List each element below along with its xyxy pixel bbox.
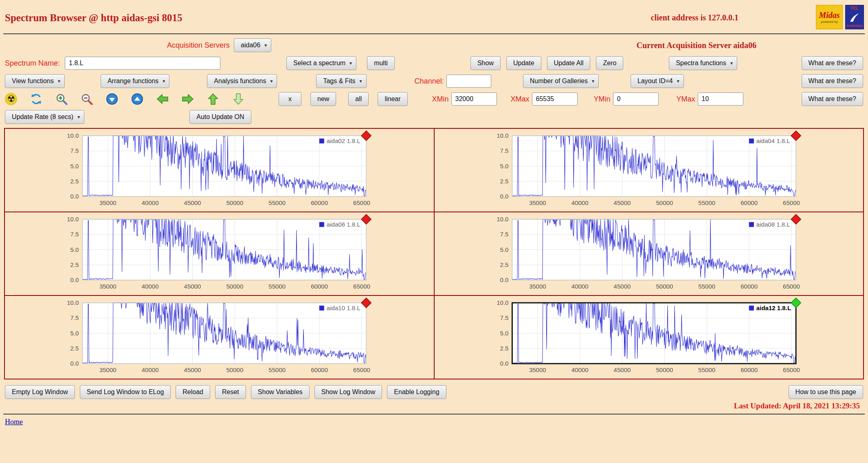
circle-up-arrow-icon[interactable] (131, 93, 143, 105)
arrange-functions-dropdown[interactable]: Arrange functions ▾ (101, 74, 169, 88)
x-tick-label: 60000 (741, 199, 758, 206)
home-link[interactable]: Home (5, 418, 23, 426)
arrow-up-icon[interactable] (207, 93, 219, 105)
acquisition-server-select[interactable]: aida06 ▾ (234, 38, 271, 52)
legend-swatch (749, 306, 754, 311)
x-tick-label: 40000 (142, 199, 159, 206)
show-button[interactable]: Show (470, 56, 501, 70)
y-tick-label: 7.5 (70, 231, 79, 238)
how-to-use-button[interactable]: How to use this page (789, 385, 863, 399)
circle-down-arrow-icon[interactable] (106, 93, 118, 105)
arrow-left-icon[interactable] (156, 93, 169, 105)
reset-button[interactable]: Reset (215, 385, 246, 399)
spectrum-chart[interactable]: 0.02.55.07.510.0350004000045000500005500… (435, 214, 864, 295)
x-tick-label: 55000 (698, 366, 715, 373)
spectrum-name-input[interactable] (65, 57, 220, 70)
chevron-down-icon: ▾ (264, 41, 267, 49)
chart-legend-label: aida06 1.8.L (327, 221, 360, 228)
spectrum-chart[interactable]: 0.02.55.07.510.0350004000045000500005500… (435, 130, 864, 211)
radiation-icon[interactable]: ☢ (5, 93, 17, 105)
spectrum-row: Spectrum Name: Select a spectrum ▾ multi… (0, 56, 868, 70)
x-tick-label: 60000 (741, 283, 758, 290)
refresh-icon[interactable] (30, 93, 42, 105)
chart-cell[interactable]: 0.02.55.07.510.0350004000045000500005500… (5, 129, 434, 212)
x-tick-label: 65000 (353, 366, 370, 373)
ymin-input[interactable] (613, 93, 659, 106)
spectrum-chart[interactable]: 0.02.55.07.510.0350004000045000500005500… (5, 214, 434, 295)
zoom-in-icon[interactable] (55, 93, 68, 105)
y-tick-label: 2.5 (500, 345, 508, 352)
logos: Midas powered by TCL POWERED (816, 5, 864, 29)
show-log-window-button[interactable]: Show Log Window (314, 385, 382, 399)
layout-id-dropdown[interactable]: Layout ID=4 ▾ (631, 74, 684, 88)
enable-logging-button[interactable]: Enable Logging (387, 385, 446, 399)
chevron-down-icon: ▾ (730, 59, 733, 67)
new-button[interactable]: new (310, 92, 336, 106)
arrange-functions-label: Arrange functions (108, 77, 158, 85)
reload-button[interactable]: Reload (176, 385, 210, 399)
multi-button[interactable]: multi (367, 56, 395, 70)
view-functions-dropdown[interactable]: View functions ▾ (5, 74, 65, 88)
channel-label: Channel: (415, 77, 444, 86)
linear-button[interactable]: linear (378, 92, 407, 106)
chart-cell[interactable]: 0.02.55.07.510.0350004000045000500005500… (5, 296, 434, 379)
arrow-down-icon[interactable] (232, 93, 244, 105)
midas-logo[interactable]: Midas powered by (816, 5, 843, 29)
help-functions-button[interactable]: What are these? (802, 74, 863, 88)
chart-cell[interactable]: 0.02.55.07.510.0350004000045000500005500… (435, 212, 864, 295)
update-rate-row: Update Rate (8 secs) ▾ Auto Update ON (0, 110, 868, 124)
x-tick-label: 65000 (353, 199, 370, 206)
xmax-input[interactable] (532, 93, 578, 106)
x-tick-label: 60000 (741, 366, 758, 373)
y-tick-label: 0.0 (500, 360, 508, 367)
x-tick-label: 40000 (142, 366, 159, 373)
help-toolbar-button[interactable]: What are these? (802, 92, 863, 106)
xmin-input[interactable] (451, 93, 497, 106)
arrow-right-icon[interactable] (182, 93, 194, 105)
select-spectrum-dropdown[interactable]: Select a spectrum ▾ (286, 56, 356, 70)
empty-log-button[interactable]: Empty Log Window (5, 385, 75, 399)
x-axis-button[interactable]: x (279, 92, 301, 106)
update-all-button[interactable]: Update All (547, 56, 591, 70)
chevron-down-icon: ▾ (360, 77, 362, 85)
chevron-down-icon: ▾ (77, 113, 80, 121)
tags-fits-dropdown[interactable]: Tags & Fits ▾ (316, 74, 366, 88)
y-tick-label: 0.0 (500, 276, 508, 283)
page-title: Spectrum Browser @ http aidas-gsi 8015 (5, 12, 182, 24)
x-tick-label: 40000 (571, 199, 588, 206)
x-tick-label: 35000 (99, 366, 116, 373)
auto-update-button[interactable]: Auto Update ON (189, 110, 251, 124)
x-tick-label: 45000 (184, 283, 201, 290)
update-rate-dropdown[interactable]: Update Rate (8 secs) ▾ (5, 110, 84, 124)
chevron-down-icon: ▾ (270, 77, 272, 85)
zero-button[interactable]: Zero (596, 56, 623, 70)
update-rate-label: Update Rate (8 secs) (12, 113, 73, 121)
y-tick-label: 2.5 (70, 345, 79, 352)
help-spectrum-button[interactable]: What are these? (802, 56, 863, 70)
analysis-functions-dropdown[interactable]: Analysis functions ▾ (207, 74, 277, 88)
spectrum-chart[interactable]: 0.02.55.07.510.0350004000045000500005500… (5, 297, 434, 378)
send-log-elog-button[interactable]: Send Log Window to ELog (80, 385, 171, 399)
header: Spectrum Browser @ http aidas-gsi 8015 c… (0, 0, 868, 30)
chart-cell[interactable]: 0.02.55.07.510.0350004000045000500005500… (435, 129, 864, 212)
spectrum-chart[interactable]: 0.02.55.07.510.0350004000045000500005500… (5, 130, 434, 211)
spectra-functions-dropdown[interactable]: Spectra functions ▾ (669, 56, 737, 70)
chart-cell[interactable]: 0.02.55.07.510.0350004000045000500005500… (5, 212, 434, 295)
galleries-dropdown[interactable]: Number of Galleries ▾ (523, 74, 599, 88)
spectrum-chart[interactable]: 0.02.55.07.510.0350004000045000500005500… (435, 297, 864, 378)
show-variables-button[interactable]: Show Variables (251, 385, 310, 399)
zoom-out-icon[interactable] (81, 93, 93, 105)
chart-toolbar-icons: ☢ (5, 93, 244, 105)
x-tick-label: 55000 (698, 199, 715, 206)
ymax-input[interactable] (698, 93, 743, 106)
x-tick-label: 35000 (99, 283, 116, 290)
y-tick-label: 10.0 (67, 132, 79, 139)
update-button[interactable]: Update (506, 56, 541, 70)
tcl-powered-logo[interactable]: TCL POWERED (845, 5, 864, 29)
y-tick-label: 0.0 (70, 360, 79, 367)
all-button[interactable]: all (348, 92, 369, 106)
charts-grid: 0.02.55.07.510.0350004000045000500005500… (4, 128, 864, 379)
chart-cell[interactable]: 0.02.55.07.510.0350004000045000500005500… (435, 296, 864, 379)
channel-input[interactable] (446, 75, 491, 88)
x-tick-label: 60000 (311, 283, 328, 290)
